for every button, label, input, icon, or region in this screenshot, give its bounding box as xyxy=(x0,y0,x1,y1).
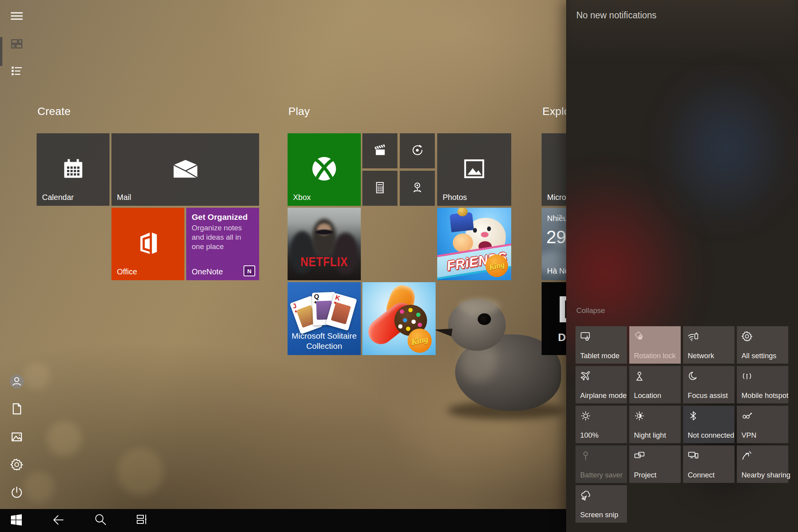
notifications-status: No new notifications xyxy=(576,10,657,21)
quick-action-nearby-sharing[interactable]: Nearby sharing xyxy=(737,445,788,483)
quick-action-rotation-lock[interactable]: Rotation lock xyxy=(629,326,681,364)
tile-candy-crush-saga[interactable]: King xyxy=(362,282,436,355)
connect-icon xyxy=(687,450,699,461)
tile-movies-tv[interactable] xyxy=(362,133,397,168)
quick-action-focus-assist[interactable]: Focus assist xyxy=(683,366,734,403)
back-button[interactable] xyxy=(51,514,65,528)
airplane-mode-icon xyxy=(580,370,591,382)
tile-groove-music[interactable] xyxy=(400,133,435,168)
bluetooth-icon xyxy=(687,410,699,422)
tile-maps[interactable] xyxy=(400,171,435,206)
network-icon xyxy=(687,331,699,342)
nearby-sharing-icon xyxy=(741,450,753,461)
mobile-hotspot-icon xyxy=(741,370,753,382)
quick-action-brightness[interactable]: 100% xyxy=(576,406,627,443)
friends-character-2 xyxy=(453,233,473,252)
vpn-icon xyxy=(741,410,753,422)
bokeh-light xyxy=(47,421,82,456)
battery-saver-icon xyxy=(580,450,591,461)
tile-xbox[interactable]: Xbox xyxy=(288,133,361,206)
tile-onenote[interactable]: Get Organized Organize notes and ideas a… xyxy=(186,208,259,280)
panel-glow-warm xyxy=(566,0,798,62)
movies-tv-icon xyxy=(373,143,387,158)
start-sidebar xyxy=(0,0,34,509)
onenote-badge-icon: N xyxy=(244,265,255,276)
quick-action-vpn[interactable]: VPN xyxy=(737,406,788,443)
tile-calendar[interactable]: Calendar xyxy=(37,133,109,206)
selected-indicator xyxy=(0,37,2,66)
netflix-blindfold xyxy=(316,230,333,235)
back-arrow-icon xyxy=(51,513,65,528)
pictures-button[interactable] xyxy=(10,431,24,445)
mail-icon xyxy=(173,159,198,180)
start-button[interactable] xyxy=(9,514,23,528)
tile-mail[interactable]: Mail xyxy=(111,133,259,206)
quick-action-location[interactable]: Location xyxy=(629,366,681,403)
tile-calculator[interactable] xyxy=(362,171,397,206)
tile-netflix[interactable]: NETFLIX xyxy=(288,208,361,280)
settings-button[interactable] xyxy=(10,458,24,472)
netflix-logo: NETFLIX xyxy=(300,254,348,269)
maps-icon xyxy=(411,181,424,195)
bokeh-light xyxy=(117,448,164,495)
group-title-create: Create xyxy=(37,105,71,118)
quick-action-mobile-hotspot[interactable]: Mobile hotspot xyxy=(737,366,788,403)
panel-glow-blue xyxy=(656,66,796,230)
quick-action-night-light[interactable]: Night light xyxy=(629,406,681,443)
screen-snip-icon xyxy=(580,490,591,501)
quick-action-battery-saver[interactable]: Battery saver xyxy=(576,445,627,483)
tile-candy-crush-friends[interactable]: FRiENDS King xyxy=(437,208,511,280)
quick-action-airplane-mode[interactable]: Airplane mode xyxy=(576,366,627,403)
focus-assist-icon xyxy=(687,370,699,382)
search-icon xyxy=(94,513,108,528)
action-center: No new notifications Collapse Tablet mod… xyxy=(566,0,798,532)
collapse-button[interactable]: Collapse xyxy=(576,306,605,315)
brightness-icon xyxy=(580,410,591,422)
user-button[interactable] xyxy=(10,375,24,389)
user-icon xyxy=(9,374,24,391)
hamburger-icon xyxy=(10,9,23,24)
quick-action-bluetooth[interactable]: Not connected xyxy=(683,406,734,443)
tile-photos[interactable]: Photos xyxy=(437,133,511,206)
quick-action-network[interactable]: Network xyxy=(683,326,734,364)
location-icon xyxy=(634,370,645,382)
tile-office[interactable]: Office xyxy=(111,208,184,280)
quick-action-connect[interactable]: Connect xyxy=(683,445,734,483)
king-logo: King xyxy=(408,329,432,353)
night-light-icon xyxy=(634,410,645,422)
power-icon xyxy=(10,486,23,500)
quick-action-tablet-mode[interactable]: Tablet mode xyxy=(576,326,627,364)
power-button[interactable] xyxy=(10,486,24,500)
calendar-icon xyxy=(62,157,85,182)
onenote-headline: Get Organized xyxy=(192,212,248,222)
xbox-icon xyxy=(311,155,338,184)
document-icon xyxy=(10,402,23,417)
task-view-icon xyxy=(136,513,150,528)
groove-music-icon xyxy=(411,143,424,158)
quick-action-project[interactable]: Project xyxy=(629,445,681,483)
office-icon xyxy=(137,231,159,257)
menu-button[interactable] xyxy=(10,10,24,24)
rotation-lock-icon xyxy=(634,331,645,342)
tablet-mode-icon xyxy=(580,331,591,342)
project-icon xyxy=(634,450,645,461)
solitaire-caption: Microsoft Solitaire Collection xyxy=(289,331,359,352)
tile-solitaire[interactable]: J♦ Q♠ K♥ Microsoft Solitaire Collection xyxy=(288,282,361,355)
windows-start-screen: Create Play Explore Calendar Mail Office… xyxy=(0,0,798,532)
quick-action-all-settings[interactable]: All settings xyxy=(737,326,788,364)
quick-action-screen-snip[interactable]: Screen snip xyxy=(576,485,627,523)
settings-icon xyxy=(10,458,24,473)
calculator-icon xyxy=(373,181,387,195)
onenote-body: Organize notes and ideas all in one plac… xyxy=(192,223,250,251)
task-view-button[interactable] xyxy=(136,514,150,528)
windows-logo-icon xyxy=(10,513,23,528)
all-apps-button[interactable] xyxy=(10,65,24,79)
all-settings-icon xyxy=(741,331,753,342)
all-apps-icon xyxy=(10,64,23,79)
pinned-tiles-icon xyxy=(10,37,23,52)
photos-icon xyxy=(462,157,486,182)
pinned-tiles-button[interactable] xyxy=(10,37,24,51)
search-button[interactable] xyxy=(94,514,108,528)
documents-button[interactable] xyxy=(10,403,24,417)
king-logo: King xyxy=(486,255,508,277)
